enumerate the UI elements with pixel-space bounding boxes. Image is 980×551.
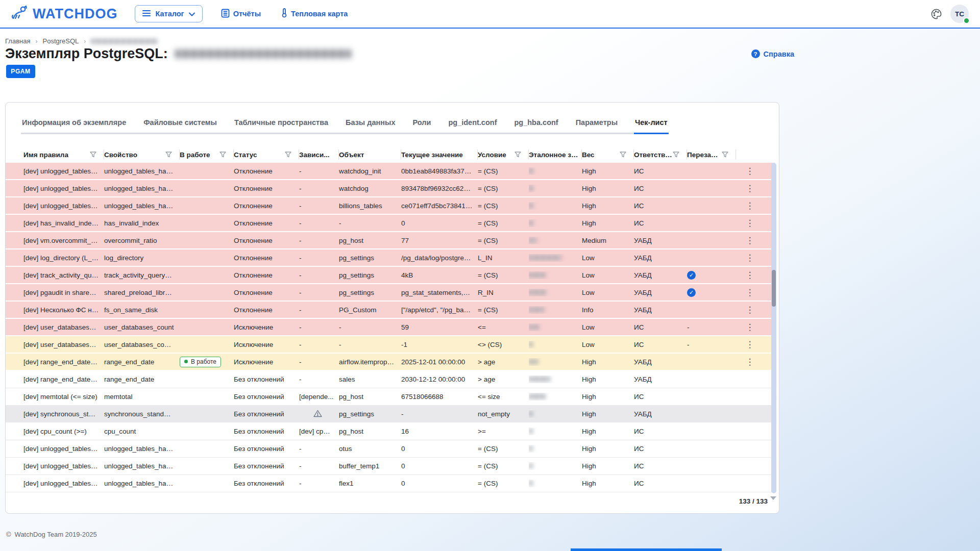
theme-palette-icon[interactable] [930,8,942,20]
table-row[interactable]: [dev] memtotal (<= size)memtotalБез откл… [6,388,774,406]
row-menu-kebab-icon[interactable]: ⋮ [745,339,754,350]
cell-reference-value-redacted [529,410,582,418]
table-row[interactable]: [dev] log_directory (L_IN)log_directoryО… [6,249,774,267]
filter-icon[interactable] [285,152,296,158]
row-menu-kebab-icon[interactable]: ⋮ [745,200,754,211]
restart-check-icon: ✓ [687,271,696,280]
table-row[interactable]: [dev] unlogged_tables_ha...unlogged_tabl… [6,163,774,180]
breadcrumb-postgresql[interactable]: PostgreSQL [42,37,79,45]
cell-dependency: - [299,445,339,453]
filter-icon[interactable] [90,152,101,158]
tab-0[interactable]: Информация об экземпляре [21,115,127,134]
cell-current-value: 0 [401,445,478,453]
table-row[interactable]: [dev] pgaudit in shared_pr...shared_prel… [6,284,774,302]
checklist-card: Информация об экземпляреФайловые системы… [5,102,779,514]
cell-status: Отклонение [234,306,299,314]
cell-weight: High [582,445,634,453]
cell-object: flex1 [339,480,401,487]
column-header-10: Ответстве... [634,149,687,160]
tab-2[interactable]: Табличные пространства [233,115,329,134]
warning-triangle-icon [313,410,322,417]
table-row[interactable]: [dev] synchronous_standb...synchronous_s… [6,406,774,423]
filter-icon[interactable] [620,152,630,158]
table-row[interactable]: [dev] vm.overcommit_ratio...overcommit_r… [6,232,774,249]
row-menu-kebab-icon[interactable]: ⋮ [745,165,754,177]
table-row[interactable]: [dev] unlogged_tables_ha...unlogged_tabl… [6,180,774,197]
cell-current-value: 4kB [401,271,478,279]
table-row[interactable]: [dev] unlogged_tables_ha...unlogged_tabl… [6,197,774,215]
filter-icon[interactable] [219,152,230,158]
cell-actions: ⋮ [736,339,774,350]
row-menu-kebab-icon[interactable]: ⋮ [745,287,754,298]
column-header-5: Объект [339,149,401,160]
cell-status: Исключение [234,323,299,331]
report-list-icon [221,9,230,19]
tab-8[interactable]: Чек-лист [634,115,669,134]
pgam-button[interactable]: PGAM [6,65,35,78]
cell-responsible: УАБД [634,289,687,296]
table-row[interactable]: [dev] unlogged_tables_ha...unlogged_tabl… [6,440,774,458]
help-link[interactable]: ? Справка [751,49,794,58]
cell-responsible: УАБД [634,237,687,244]
scrollbar-down-arrow[interactable] [770,496,776,500]
table-row[interactable]: [dev] cpu_count (>=)cpu_countБез отклоне… [6,423,774,440]
catalog-button[interactable]: Каталог [135,5,202,22]
reports-link[interactable]: Отчёты [221,9,261,19]
row-menu-kebab-icon[interactable]: ⋮ [745,321,754,333]
row-menu-kebab-icon[interactable]: ⋮ [745,304,754,315]
cell-actions: ⋮ [736,269,774,281]
heatmap-link[interactable]: Тепловая карта [281,8,348,19]
tab-1[interactable]: Файловые системы [142,115,218,134]
cell-responsible: ИС [634,323,687,331]
cell-rule-name: [dev] unlogged_tables_ha... [18,480,104,487]
filter-icon[interactable] [722,152,732,158]
table-row[interactable]: [dev] unlogged_tables_ha...unlogged_tabl… [6,458,774,475]
redacted-value [529,429,533,434]
table-row[interactable]: [dev] range_end_date (> a...range_end_da… [6,354,774,371]
cell-rule-name: [dev] has_invalid_index (= ... [18,219,104,227]
tab-4[interactable]: Роли [411,115,432,134]
vertical-scrollbar-track[interactable] [771,163,776,493]
cell-object: - [339,219,401,227]
cell-current-value: - [401,410,478,418]
cell-status: Без отклонений [234,428,299,435]
table-row[interactable]: [dev] range_end_date (> a...range_end_da… [6,371,774,388]
row-menu-kebab-icon[interactable]: ⋮ [745,269,754,281]
tab-6[interactable]: pg_hba.conf [513,115,559,134]
table-row[interactable]: [dev] unlogged_tables_ha...unlogged_tabl… [6,475,774,492]
tab-5[interactable]: pg_ident.conf [447,115,498,134]
vertical-scrollbar-thumb[interactable] [772,270,776,307]
filter-icon[interactable] [165,152,176,158]
row-menu-kebab-icon[interactable]: ⋮ [745,235,754,246]
cell-weight: Low [582,341,634,348]
row-menu-kebab-icon[interactable]: ⋮ [745,356,754,367]
cell-weight: High [582,202,634,210]
cell-condition: <= size [478,393,529,400]
tab-3[interactable]: Базы данных [345,115,397,134]
cell-weight: Low [582,254,634,262]
row-menu-kebab-icon[interactable]: ⋮ [745,183,754,194]
filter-icon[interactable] [514,152,525,158]
brand-name: WATCHDOG [33,6,117,22]
table-row[interactable]: [dev] user_databases_con...user_database… [6,336,774,354]
row-menu-kebab-icon[interactable]: ⋮ [745,217,754,229]
redacted-value [529,324,539,330]
instance-hostname-redacted [175,49,351,58]
redacted-value [529,255,561,260]
row-menu-kebab-icon[interactable]: ⋮ [745,252,754,263]
table-row[interactable]: [dev] Несколько ФС на од...fs_on_same_di… [6,302,774,319]
table-row[interactable]: [dev] track_activity_query...track_activ… [6,267,774,284]
bottom-accent-bar [571,548,722,551]
table-row[interactable]: [dev] has_invalid_index (= ...has_invali… [6,215,774,232]
filter-icon[interactable] [673,152,683,158]
cell-property: unlogged_tables_hashe... [104,462,180,470]
tab-7[interactable]: Параметры [575,115,619,134]
table-row[interactable]: [dev] user_databases_cou...user_database… [6,319,774,336]
cell-condition: = (CS) [478,480,529,487]
cell-reference-value-redacted [529,480,582,487]
user-avatar[interactable]: TC [950,5,969,23]
cell-object: - [339,341,401,348]
cell-status: Без отклонений [234,480,299,487]
breadcrumb-home[interactable]: Главная [5,37,30,45]
brand[interactable]: WATCHDOG [11,5,117,22]
